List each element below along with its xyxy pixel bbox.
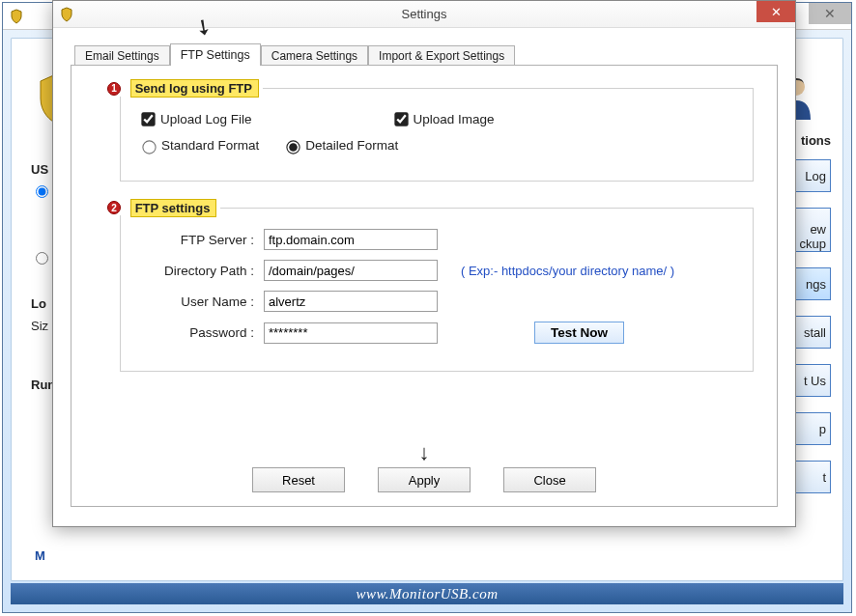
label-ftp-server: FTP Server : <box>138 233 264 247</box>
bg-btn-install[interactable]: stall <box>790 316 831 349</box>
close-action-button[interactable]: Close <box>503 467 596 492</box>
footer-url[interactable]: www.MonitorUSB.com <box>356 586 498 602</box>
tab-ftp-settings[interactable]: FTP Settings <box>170 43 261 66</box>
badge-1: 1 <box>107 82 121 96</box>
dialog-titlebar: Settings ✕ <box>53 1 795 28</box>
hint-directory-path: ( Exp:- httpdocs/your directory name/ ) <box>461 264 674 278</box>
label-user-name: User Name : <box>138 294 264 309</box>
bg-btn-settings[interactable]: ngs <box>790 267 831 300</box>
footer-bar: www.MonitorUSB.com <box>11 583 843 604</box>
heading-ftp-settings: FTP settings <box>130 199 217 217</box>
input-user-name[interactable] <box>264 291 438 312</box>
bg-m-label: M <box>35 548 45 563</box>
label-password: Password : <box>138 325 264 340</box>
tab-import-export-settings[interactable]: Import & Export Settings <box>368 45 515 66</box>
bg-right-partial: tions Log ewckup ngs stall t Us p t <box>790 133 831 509</box>
radio-detailed-format[interactable]: Detailed Format <box>282 138 398 154</box>
input-ftp-server[interactable] <box>264 229 438 250</box>
bg-radio-1[interactable] <box>36 185 48 198</box>
arrow-annotation-apply: ↓ <box>419 440 430 465</box>
tab-strip: ➘ Email Settings FTP Settings Camera Set… <box>74 42 778 65</box>
input-directory-path[interactable] <box>264 260 438 281</box>
settings-dialog: Settings ✕ ➘ Email Settings FTP Settings… <box>52 0 796 527</box>
radio-standard-input[interactable] <box>142 140 156 154</box>
bg-btn-log[interactable]: Log <box>790 159 831 192</box>
legend-ftp-settings: 2 FTP settings <box>103 201 220 216</box>
test-now-button[interactable]: Test Now <box>534 322 624 344</box>
dialog-close-button[interactable]: ✕ <box>756 1 795 22</box>
radio-detailed-input[interactable] <box>287 140 300 154</box>
badge-2: 2 <box>107 201 121 214</box>
tab-email-settings[interactable]: Email Settings <box>74 45 170 66</box>
input-password[interactable] <box>264 322 438 344</box>
label-directory-path: Directory Path : <box>138 264 264 278</box>
checkbox-upload-image[interactable]: Upload Image <box>391 110 495 128</box>
checkbox-upload-image-input[interactable] <box>394 112 408 126</box>
bg-btn-exit[interactable]: t <box>790 461 831 493</box>
tab-page-ftp: 1 Send log using FTP Upload Log File Upl… <box>71 65 778 507</box>
dialog-body: ➘ Email Settings FTP Settings Camera Set… <box>53 28 795 526</box>
group-send-log: 1 Send log using FTP Upload Log File Upl… <box>120 81 754 182</box>
checkbox-upload-log-input[interactable] <box>141 112 155 126</box>
bg-tions-header: tions <box>790 133 831 148</box>
heading-send-log: Send log using FTP <box>130 79 259 98</box>
close-button[interactable]: ✕ <box>809 3 851 24</box>
dialog-action-bar: Reset Apply Close <box>71 467 777 492</box>
bg-btn-help[interactable]: p <box>790 412 831 445</box>
bg-btn-contact[interactable]: t Us <box>790 364 831 397</box>
reset-button[interactable]: Reset <box>252 467 345 492</box>
tab-camera-settings[interactable]: Camera Settings <box>261 45 368 66</box>
legend-send-log: 1 Send log using FTP <box>103 81 263 97</box>
dialog-title: Settings <box>53 7 795 21</box>
group-ftp-settings: 2 FTP settings FTP Server : Directory Pa… <box>120 201 754 373</box>
bg-btn-backup[interactable]: ewckup <box>790 208 831 252</box>
bg-radio-2[interactable] <box>36 252 48 265</box>
apply-button[interactable]: Apply <box>378 467 471 492</box>
radio-standard-format[interactable]: Standard Format <box>138 138 259 154</box>
checkbox-upload-log[interactable]: Upload Log File <box>138 110 252 128</box>
